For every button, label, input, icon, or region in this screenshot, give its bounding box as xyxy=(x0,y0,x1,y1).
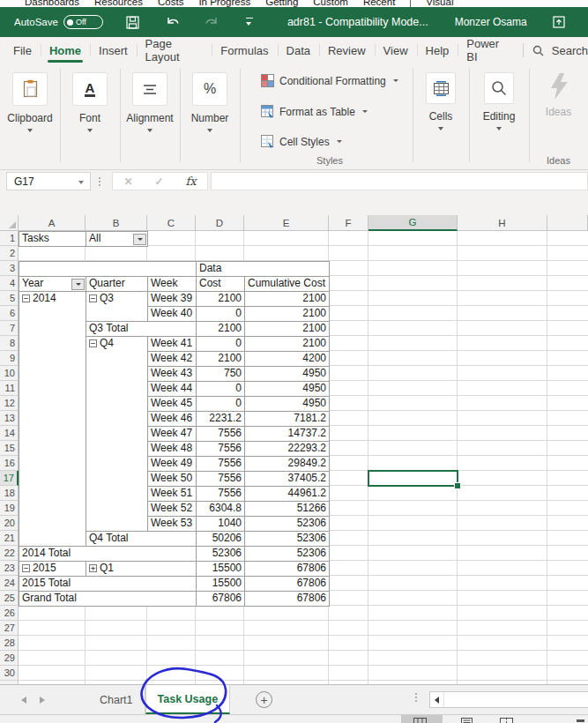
clipboard-group-arrow-icon[interactable] xyxy=(27,129,33,132)
cell-B21[interactable]: Q4 Total xyxy=(86,531,197,547)
row-header-4[interactable]: 4 xyxy=(0,276,19,291)
bookmark-item-visual[interactable]: Visual xyxy=(426,0,453,7)
cell-C15[interactable]: Week 48 xyxy=(147,441,197,457)
row-header-20[interactable]: 20 xyxy=(0,516,19,531)
view-normal-icon[interactable] xyxy=(413,718,427,723)
row-header-23[interactable]: 23 xyxy=(0,561,19,576)
row-header-13[interactable]: 13 xyxy=(0,411,19,426)
column-header-C[interactable]: C xyxy=(147,215,196,231)
bookmark-item-dashboards[interactable]: Dashboards xyxy=(25,0,79,7)
cell-E23[interactable]: 67806 xyxy=(244,561,330,577)
cell-A23[interactable]: −2015 xyxy=(19,561,86,577)
ribbon-tab-data[interactable]: Data xyxy=(278,37,319,63)
editing-button[interactable] xyxy=(484,72,514,104)
bookmark-item-in-progress[interactable]: In Progress xyxy=(198,0,250,7)
column-header-A[interactable]: A xyxy=(19,215,86,231)
zoom-out-icon[interactable] xyxy=(577,719,584,722)
row-header-18[interactable]: 18 xyxy=(0,486,19,501)
row-header-22[interactable]: 22 xyxy=(0,546,19,561)
expand-toggle-icon[interactable]: + xyxy=(89,564,97,572)
cell-C12[interactable]: Week 45 xyxy=(147,396,197,412)
cell-D12[interactable]: 0 xyxy=(196,396,245,412)
add-sheet-button[interactable]: + xyxy=(256,691,272,708)
row-header-10[interactable]: 10 xyxy=(0,366,19,381)
bookmark-item-custom[interactable]: Custom xyxy=(313,0,348,7)
cancel-icon[interactable]: ✕ xyxy=(123,175,132,188)
select-all-corner[interactable] xyxy=(0,215,19,231)
cell-E8[interactable]: 2100 xyxy=(244,336,330,352)
cell-D18[interactable]: 7556 xyxy=(196,486,245,502)
number-button[interactable]: % xyxy=(192,72,227,106)
alignment-group-arrow-icon[interactable] xyxy=(147,129,153,132)
column-header-F[interactable]: F xyxy=(329,215,368,231)
ribbon-tab-file[interactable]: File xyxy=(4,37,41,63)
row-header-17[interactable]: 17 xyxy=(0,471,19,486)
expand-toggle-icon[interactable]: − xyxy=(89,339,97,347)
cell-E5[interactable]: 2100 xyxy=(244,291,330,307)
save-icon[interactable] xyxy=(126,16,139,29)
cell-C14[interactable]: Week 47 xyxy=(147,426,197,442)
bookmark-item-resources[interactable]: Resources xyxy=(94,0,143,7)
quick-access-dropdown-icon[interactable] xyxy=(245,18,254,26)
formula-input[interactable] xyxy=(211,172,588,190)
cell-C10[interactable]: Week 43 xyxy=(147,366,197,382)
column-header-D[interactable]: D xyxy=(196,215,244,231)
expand-toggle-icon[interactable]: − xyxy=(89,294,97,302)
redo-icon[interactable] xyxy=(205,16,219,28)
row-header-5[interactable]: 5 xyxy=(0,291,19,306)
column-header-partial[interactable] xyxy=(547,215,588,231)
filter-dropdown-icon[interactable] xyxy=(71,279,85,290)
cell-D13[interactable]: 2231.2 xyxy=(196,411,245,427)
cell-A3[interactable] xyxy=(19,261,197,277)
alignment-button[interactable] xyxy=(132,72,167,106)
font-button[interactable]: A xyxy=(72,72,108,106)
column-header-H[interactable]: H xyxy=(458,215,547,231)
cell-D5[interactable]: 2100 xyxy=(196,291,245,307)
row-header-31[interactable]: 31 xyxy=(0,681,19,684)
enter-icon[interactable]: ✓ xyxy=(154,175,163,188)
name-box[interactable]: G17 xyxy=(6,172,91,190)
row-header-1[interactable]: 1 xyxy=(0,231,19,246)
cell-E9[interactable]: 4200 xyxy=(244,351,330,367)
fill-handle[interactable] xyxy=(454,482,461,489)
cell-C11[interactable]: Week 44 xyxy=(147,381,197,397)
cell-E10[interactable]: 4950 xyxy=(244,366,330,382)
cell-D8[interactable]: 0 xyxy=(196,336,245,352)
number-group-arrow-icon[interactable] xyxy=(207,129,212,132)
cell-D4[interactable]: Cost xyxy=(196,276,245,292)
cell-D16[interactable]: 7556 xyxy=(196,456,245,472)
formula-bar-handle-icon[interactable] xyxy=(99,177,100,186)
tabbar-handle-icon[interactable] xyxy=(415,693,417,702)
undo-icon[interactable] xyxy=(166,16,180,28)
name-box-arrow-icon[interactable] xyxy=(78,181,84,184)
cell-D20[interactable]: 1040 xyxy=(196,516,245,532)
row-header-8[interactable]: 8 xyxy=(0,336,19,351)
bookmark-item-getting[interactable]: Getting xyxy=(265,0,298,7)
cell-E17[interactable]: 37405.2 xyxy=(244,471,330,487)
cell-A22[interactable]: 2014 Total xyxy=(19,546,197,562)
cell-E12[interactable]: 4950 xyxy=(244,396,330,412)
ribbon-tab-power-bi[interactable]: Power BI xyxy=(458,37,517,63)
row-header-15[interactable]: 15 xyxy=(0,441,19,456)
expand-toggle-icon[interactable]: − xyxy=(22,564,30,572)
format-as-table-item[interactable]: Format as Table xyxy=(261,105,368,118)
cell-E16[interactable]: 29849.2 xyxy=(244,456,330,472)
cell-D7[interactable]: 2100 xyxy=(196,321,245,337)
cell-D19[interactable]: 6304.8 xyxy=(196,501,245,517)
cell-D17[interactable]: 7556 xyxy=(196,471,245,487)
cell-C6[interactable]: Week 40 xyxy=(147,306,197,322)
bookmark-item-costs[interactable]: Costs xyxy=(158,0,183,7)
autosave-toggle[interactable]: Off xyxy=(63,15,103,29)
row-header-16[interactable]: 16 xyxy=(0,456,19,471)
row-header-28[interactable]: 28 xyxy=(0,636,19,651)
sheet-tab-task-usage[interactable]: Task Usage xyxy=(145,685,231,714)
cell-A24[interactable]: 2015 Total xyxy=(19,576,197,592)
cell-C8[interactable]: Week 41 xyxy=(147,336,197,352)
cell-E4[interactable]: Cumulative Cost xyxy=(244,276,330,292)
row-header-26[interactable]: 26 xyxy=(0,606,19,621)
cell-D22[interactable]: 52306 xyxy=(196,546,245,562)
ribbon-display-options-icon[interactable] xyxy=(553,16,565,28)
cell-E25[interactable]: 67806 xyxy=(244,591,330,607)
conditional-formatting-item[interactable]: Conditional Formatting xyxy=(261,74,398,87)
cell-C13[interactable]: Week 46 xyxy=(147,411,197,427)
